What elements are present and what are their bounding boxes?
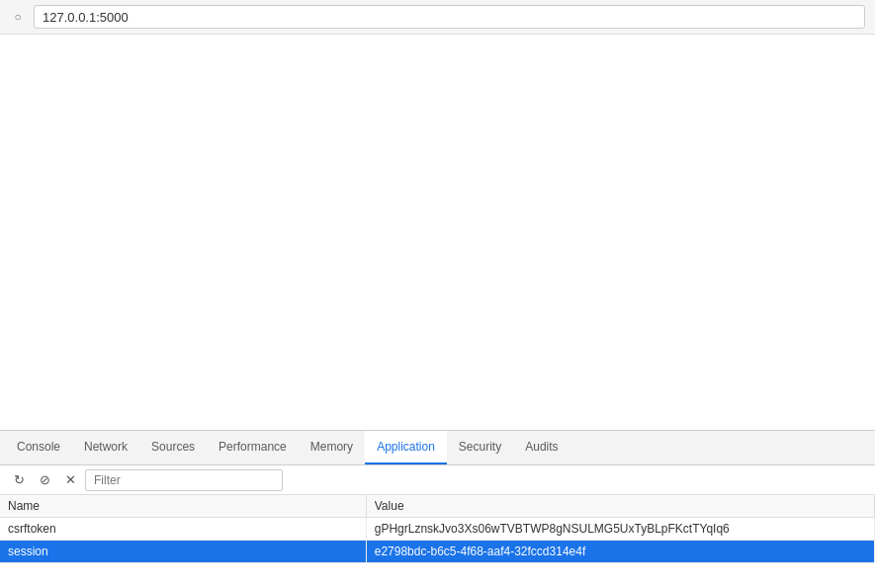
tab-performance[interactable]: Performance (207, 431, 299, 464)
address-bar: ○ 127.0.0.1:5000 (0, 0, 875, 35)
refresh-icon[interactable]: ↻ (8, 469, 30, 491)
tab-security[interactable]: Security (447, 431, 513, 464)
block-icon[interactable]: ⊘ (34, 469, 55, 491)
column-header-value: Value (366, 495, 874, 518)
tab-memory[interactable]: Memory (299, 431, 365, 464)
tab-network[interactable]: Network (72, 431, 139, 464)
column-header-name: Name (0, 495, 366, 518)
tab-application[interactable]: Application (365, 431, 447, 464)
cookie-name-cell: session (0, 541, 366, 563)
devtools-toolbar: ↻ ⊘ ✕ (0, 465, 875, 495)
filter-input[interactable] (85, 469, 283, 491)
devtools-tabs: Console Network Sources Performance Memo… (0, 431, 875, 465)
cookie-value-cell: gPHgrLznskJvo3Xs06wTVBTWP8gNSULMG5UxTyBL… (366, 518, 874, 541)
url-text: 127.0.0.1:5000 (43, 10, 129, 25)
devtools-panel: Console Network Sources Performance Memo… (0, 430, 875, 588)
cookie-name-cell: csrftoken (0, 518, 366, 541)
favicon-icon: ○ (10, 9, 26, 25)
tab-audits[interactable]: Audits (513, 431, 569, 464)
tab-console[interactable]: Console (5, 431, 72, 464)
tab-sources[interactable]: Sources (139, 431, 207, 464)
cookie-value-cell: e2798bdc-b6c5-4f68-aaf4-32fccd314e4f (366, 541, 874, 563)
table-row[interactable]: sessione2798bdc-b6c5-4f68-aaf4-32fccd314… (0, 541, 875, 563)
url-field[interactable]: 127.0.0.1:5000 (34, 5, 865, 29)
cookies-table: Name Value csrftokengPHgrLznskJvo3Xs06wT… (0, 495, 875, 588)
close-icon[interactable]: ✕ (59, 469, 81, 491)
browser-viewport: Console Network Sources Performance Memo… (0, 35, 875, 588)
table-header-row: Name Value (0, 495, 875, 518)
table-row[interactable]: csrftokengPHgrLznskJvo3Xs06wTVBTWP8gNSUL… (0, 518, 875, 541)
